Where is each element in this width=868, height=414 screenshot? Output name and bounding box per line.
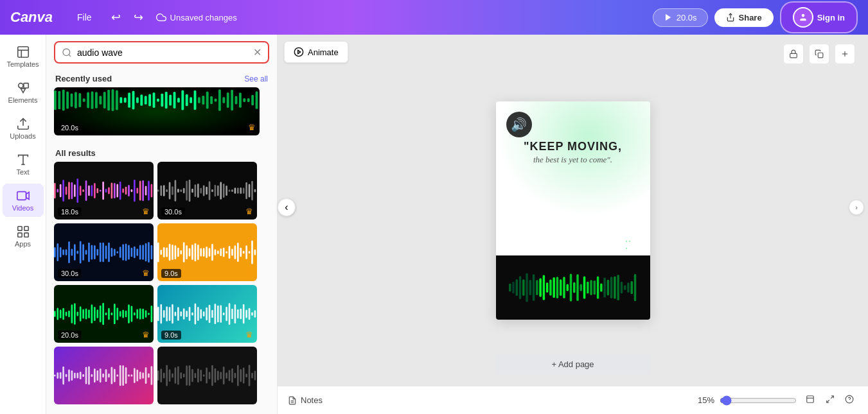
scroll-right-button[interactable]: ›	[849, 200, 864, 215]
sidebar-item-elements[interactable]: Elements	[3, 76, 44, 109]
sidebar-label-templates: Templates	[6, 60, 39, 68]
result-thumb-3[interactable]: 30.0s ♛	[54, 223, 154, 281]
svg-rect-272	[235, 304, 236, 323]
svg-rect-185	[186, 245, 188, 259]
svg-rect-241	[142, 309, 144, 319]
crown-icon: ♛	[245, 268, 253, 278]
svg-rect-269	[226, 307, 227, 322]
svg-rect-165	[125, 243, 127, 261]
zoom-slider[interactable]	[720, 395, 797, 406]
cloud-icon	[156, 12, 166, 22]
svg-rect-127	[220, 182, 222, 199]
svg-rect-345	[243, 367, 245, 383]
svg-rect-341	[231, 368, 233, 383]
svg-marker-8	[21, 89, 25, 92]
clear-search-button[interactable]: ✕	[253, 46, 261, 58]
svg-rect-258	[195, 303, 197, 324]
recently-used-thumb-1[interactable]: 20.0s ♛	[54, 87, 260, 135]
svg-rect-381	[593, 280, 596, 294]
lock-button[interactable]	[783, 44, 804, 64]
result-thumb-8[interactable]	[157, 347, 257, 404]
svg-rect-58	[210, 96, 213, 105]
svg-rect-182	[177, 248, 179, 257]
sidebar-item-uploads[interactable]: Uploads	[3, 112, 44, 145]
svg-rect-51	[181, 90, 184, 110]
svg-rect-154	[94, 245, 96, 259]
result-thumb-5[interactable]: 20.0s ♛	[54, 285, 154, 343]
canva-logo: Canva	[10, 9, 53, 26]
fullscreen-icon	[826, 395, 835, 404]
duration-label: 9.0s	[161, 331, 181, 340]
svg-rect-212	[60, 309, 62, 318]
design-card[interactable]: 🔊 "KEEP MOVING, the best is yet to come"…	[496, 101, 650, 320]
svg-rect-343	[237, 365, 239, 386]
svg-rect-102	[145, 186, 147, 196]
sidebar-item-apps[interactable]: Apps	[3, 220, 44, 253]
svg-rect-162	[116, 251, 118, 253]
svg-rect-121	[203, 185, 205, 196]
undo-button[interactable]: ↩	[106, 8, 126, 27]
result-thumb-1[interactable]: 18.0s ♛	[54, 162, 154, 220]
svg-rect-253	[180, 311, 182, 316]
svg-rect-40	[136, 98, 139, 103]
play-button[interactable]: 20.0s	[653, 8, 708, 27]
sidebar-item-videos[interactable]: Videos	[3, 184, 44, 217]
svg-rect-221	[85, 308, 87, 319]
svg-rect-26	[78, 93, 81, 107]
svg-rect-231	[114, 304, 116, 324]
svg-rect-17	[24, 233, 28, 237]
result-thumb-7[interactable]	[54, 347, 154, 404]
svg-rect-52	[186, 94, 188, 106]
add-button[interactable]	[835, 44, 855, 64]
svg-rect-76	[71, 182, 73, 199]
svg-rect-42	[145, 96, 147, 104]
svg-rect-171	[142, 245, 144, 259]
svg-rect-271	[231, 309, 233, 319]
svg-rect-7	[23, 83, 28, 88]
add-page-button[interactable]: + Add page	[496, 354, 650, 374]
hide-panel-button[interactable]: ‹	[278, 198, 296, 216]
see-all-button[interactable]: See all	[244, 74, 268, 83]
unsaved-status: Unsaved changes	[156, 12, 237, 22]
svg-rect-82	[88, 185, 90, 196]
svg-rect-189	[197, 245, 199, 260]
zoom-fit-button[interactable]	[802, 393, 819, 408]
svg-point-6	[18, 83, 22, 88]
svg-rect-81	[85, 180, 87, 201]
svg-rect-252	[177, 307, 179, 320]
svg-rect-150	[82, 244, 84, 261]
svg-rect-168	[134, 246, 136, 259]
redo-button[interactable]: ↪	[128, 8, 148, 27]
svg-rect-217	[74, 303, 76, 324]
svg-rect-153	[91, 245, 93, 260]
svg-rect-88	[105, 189, 107, 193]
share-button[interactable]: Share	[714, 8, 774, 27]
help-button[interactable]	[841, 393, 858, 408]
svg-rect-186	[189, 248, 191, 256]
copy-button[interactable]	[809, 44, 829, 64]
svg-rect-87	[102, 182, 104, 200]
result-thumb-4[interactable]: 9.0s ♛	[157, 223, 257, 281]
svg-rect-167	[131, 248, 133, 257]
sidebar-item-text[interactable]: Text	[3, 148, 44, 181]
file-menu-button[interactable]: File	[71, 8, 98, 26]
svg-rect-120	[200, 187, 202, 193]
svg-rect-117	[191, 189, 193, 193]
recently-used-grid: 20.0s ♛	[46, 87, 277, 143]
animate-icon	[294, 47, 304, 57]
svg-rect-358	[515, 279, 518, 296]
animate-button[interactable]: Animate	[284, 41, 348, 63]
result-thumb-2[interactable]: 30.0s ♛	[157, 162, 257, 220]
sidebar-item-templates[interactable]: Templates	[3, 40, 44, 73]
notes-button[interactable]: Notes	[288, 395, 323, 405]
result-thumb-6[interactable]: 9.0s ♛	[157, 285, 257, 343]
quote-sub: the best is yet to come".	[506, 153, 640, 166]
svg-rect-317	[163, 372, 165, 378]
signin-button[interactable]: Sign in	[780, 1, 858, 33]
fullscreen-button[interactable]	[822, 393, 838, 408]
search-input[interactable]	[77, 47, 248, 58]
svg-rect-207	[249, 251, 251, 254]
svg-rect-59	[215, 99, 217, 102]
sidebar-label-uploads: Uploads	[10, 132, 35, 140]
person-icon	[799, 13, 808, 22]
